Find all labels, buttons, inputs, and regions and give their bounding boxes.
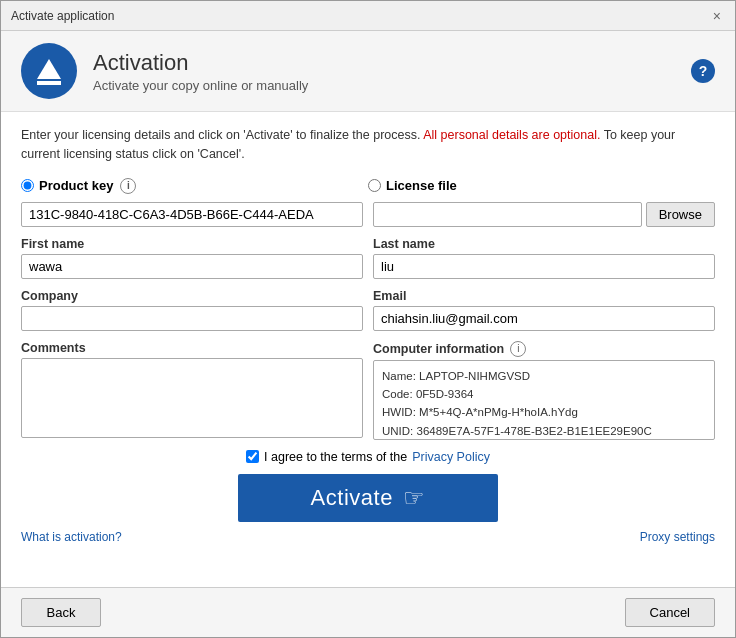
- agree-checkbox[interactable]: [246, 450, 259, 463]
- main-window: Activate application × Activation Activa…: [0, 0, 736, 638]
- product-key-info-icon[interactable]: i: [120, 178, 136, 194]
- computer-name-line: Name: LAPTOP-NIHMGVSD: [382, 367, 706, 385]
- computer-unid-line: UNID: 36489E7A-57F1-478E-B3E2-B1E1EE29E9…: [382, 422, 706, 440]
- last-name-label: Last name: [373, 237, 715, 251]
- window-title: Activate application: [11, 9, 114, 23]
- privacy-policy-link[interactable]: Privacy Policy: [412, 450, 490, 464]
- agree-text: I agree to the terms of the: [264, 450, 407, 464]
- license-file-input-group: Browse: [373, 202, 715, 227]
- comments-textarea[interactable]: [21, 358, 363, 438]
- last-name-group: Last name: [373, 237, 715, 279]
- footer: Back Cancel: [1, 587, 735, 637]
- computer-code-line: Code: 0F5D-9364: [382, 385, 706, 403]
- comments-computer-row: Comments Computer information i Name: LA…: [21, 341, 715, 440]
- license-file-input[interactable]: [373, 202, 642, 227]
- cancel-button[interactable]: Cancel: [625, 598, 715, 627]
- svg-rect-1: [37, 81, 61, 85]
- license-file-label: License file: [386, 178, 457, 193]
- comments-group: Comments: [21, 341, 363, 440]
- first-name-group: First name: [21, 237, 363, 279]
- header-subtitle: Activate your copy online or manually: [93, 78, 308, 93]
- product-key-input[interactable]: [21, 202, 363, 227]
- activate-label: Activate: [311, 485, 393, 511]
- product-key-input-group: [21, 202, 363, 227]
- activate-button[interactable]: Activate ☞: [238, 474, 498, 522]
- last-name-input[interactable]: [373, 254, 715, 279]
- proxy-settings-link[interactable]: Proxy settings: [640, 530, 715, 544]
- company-group: Company: [21, 289, 363, 331]
- title-bar: Activate application ×: [1, 1, 735, 31]
- browse-button[interactable]: Browse: [646, 202, 715, 227]
- header-text-group: Activation Activate your copy online or …: [93, 50, 308, 93]
- first-name-input[interactable]: [21, 254, 363, 279]
- content-area: Enter your licensing details and click o…: [1, 112, 735, 587]
- bottom-links: What is activation? Proxy settings: [21, 530, 715, 550]
- name-row: First name Last name: [21, 237, 715, 279]
- header-title: Activation: [93, 50, 308, 76]
- key-file-row: Browse: [21, 202, 715, 227]
- highlight-text: All personal details are optional.: [423, 128, 600, 142]
- activate-button-wrap: Activate ☞: [21, 474, 715, 522]
- first-name-label: First name: [21, 237, 363, 251]
- email-input[interactable]: [373, 306, 715, 331]
- radio-row: Product key i License file: [21, 178, 715, 194]
- svg-marker-0: [37, 59, 61, 79]
- computer-hwid-line: HWID: M*5+4Q-A*nPMg-H*hoIA.hYdg: [382, 403, 706, 421]
- header: Activation Activate your copy online or …: [1, 31, 735, 112]
- info-text: Enter your licensing details and click o…: [21, 126, 715, 164]
- back-button[interactable]: Back: [21, 598, 101, 627]
- company-input[interactable]: [21, 306, 363, 331]
- license-file-radio[interactable]: [368, 179, 381, 192]
- app-icon: [21, 43, 77, 99]
- email-label: Email: [373, 289, 715, 303]
- agree-row: I agree to the terms of the Privacy Poli…: [21, 450, 715, 464]
- computer-info-box: Name: LAPTOP-NIHMGVSD Code: 0F5D-9364 HW…: [373, 360, 715, 440]
- close-button[interactable]: ×: [709, 8, 725, 24]
- help-button[interactable]: ?: [691, 59, 715, 83]
- company-label: Company: [21, 289, 363, 303]
- what-is-activation-link[interactable]: What is activation?: [21, 530, 122, 544]
- license-file-option: License file: [368, 178, 715, 194]
- product-key-label: Product key: [39, 178, 113, 193]
- email-group: Email: [373, 289, 715, 331]
- eject-icon: [33, 55, 65, 87]
- product-key-radio[interactable]: [21, 179, 34, 192]
- company-email-row: Company Email: [21, 289, 715, 331]
- computer-info-icon[interactable]: i: [510, 341, 526, 357]
- product-key-option: Product key i: [21, 178, 368, 194]
- computer-info-label: Computer information: [373, 342, 504, 356]
- computer-info-label-row: Computer information i: [373, 341, 715, 357]
- comments-label: Comments: [21, 341, 363, 355]
- hand-icon: ☞: [403, 484, 426, 512]
- computer-info-group: Computer information i Name: LAPTOP-NIHM…: [373, 341, 715, 440]
